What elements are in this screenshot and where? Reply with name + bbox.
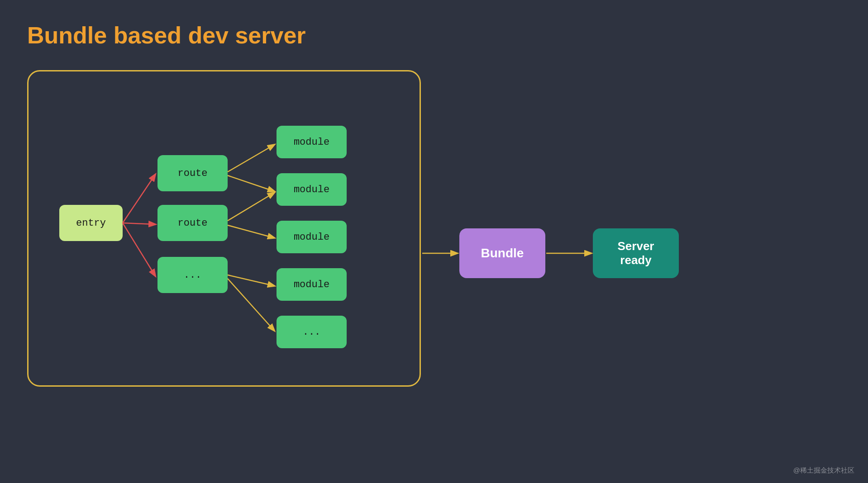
route1-node: route	[157, 155, 228, 191]
bundle-node: Bundle	[459, 228, 545, 278]
modules-dots-node: ...	[277, 316, 347, 348]
bundle-diagram-box: entry route route ... module module modu…	[27, 70, 421, 387]
module4-node: module	[277, 268, 347, 301]
module2-node: module	[277, 173, 347, 206]
entry-node: entry	[59, 205, 123, 241]
server-ready-node: Server ready	[593, 228, 679, 278]
page-title: Bundle based dev server	[27, 22, 306, 49]
route2-node: route	[157, 205, 228, 241]
svg-line-0	[123, 175, 155, 223]
svg-line-4	[228, 175, 274, 191]
watermark: @稀土掘金技术社区	[793, 466, 854, 475]
svg-line-1	[123, 223, 155, 224]
svg-line-7	[228, 275, 274, 286]
svg-line-6	[228, 225, 274, 238]
module1-node: module	[277, 126, 347, 158]
svg-line-8	[228, 279, 274, 331]
module3-node: module	[277, 221, 347, 253]
svg-line-5	[228, 193, 274, 221]
routes-dots-node: ...	[157, 257, 228, 293]
svg-line-2	[123, 223, 155, 276]
svg-line-3	[228, 145, 274, 172]
